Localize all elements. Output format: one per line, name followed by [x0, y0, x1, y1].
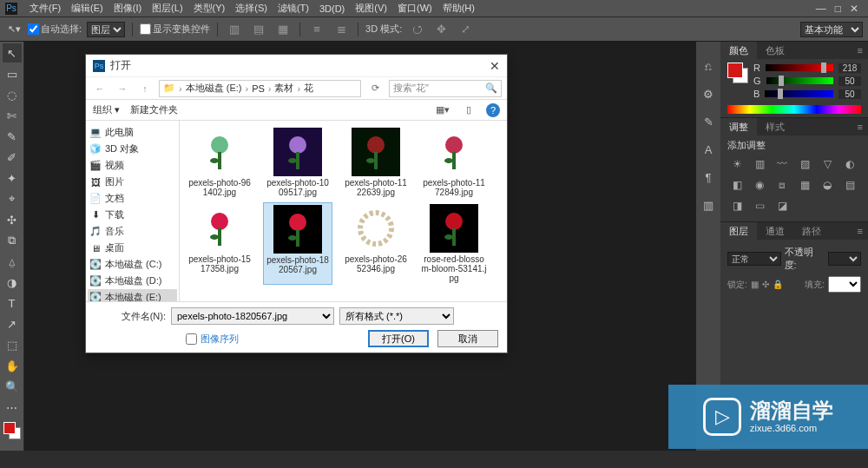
nav-up-icon[interactable]: ↑ — [136, 83, 154, 94]
adj-photo-filter-icon[interactable]: ◉ — [752, 178, 767, 192]
adj-bw-icon[interactable]: ◧ — [729, 178, 745, 192]
filetype-select[interactable]: 所有格式 (*.*) — [339, 307, 454, 325]
tool-hand[interactable]: ✋ — [3, 356, 22, 375]
adj-channel-mixer-icon[interactable]: ⧈ — [774, 178, 790, 192]
tree-node[interactable]: 💻此电脑 — [88, 124, 177, 141]
tool-text[interactable]: T — [3, 293, 22, 313]
r-value[interactable]: 218 — [838, 63, 861, 73]
tab-channels[interactable]: 通道 — [757, 222, 793, 241]
align-icon[interactable]: ▥ — [225, 20, 244, 39]
file-item[interactable]: rose-red-blossom-bloom-53141.jpg — [419, 202, 489, 285]
file-item[interactable]: pexels-photo-1820567.jpg — [263, 202, 332, 285]
lock-pixels-icon[interactable]: ▦ — [751, 280, 759, 289]
3d-pan-icon[interactable]: ✥ — [431, 20, 450, 39]
menu-3d[interactable]: 3D(D) — [314, 3, 350, 14]
menu-select[interactable]: 选择(S) — [230, 2, 273, 15]
adj-levels-icon[interactable]: ▥ — [752, 157, 767, 171]
adj-vibrance-icon[interactable]: ▽ — [819, 157, 835, 171]
new-folder-button[interactable]: 新建文件夹 — [130, 103, 178, 116]
tab-layers[interactable]: 图层 — [720, 222, 757, 241]
file-item[interactable]: pexels-photo-961402.jpg — [185, 126, 254, 199]
g-value[interactable]: 50 — [838, 76, 861, 86]
adj-hue-icon[interactable]: ◐ — [842, 157, 858, 171]
tool-move[interactable]: ↖ — [3, 43, 22, 63]
tool-clone[interactable]: ⌖ — [3, 189, 22, 208]
adj-posterize-icon[interactable]: ▤ — [842, 178, 858, 192]
tab-swatches[interactable]: 色板 — [757, 42, 793, 60]
adj-exposure-icon[interactable]: ▨ — [797, 157, 812, 171]
brush-icon[interactable]: ✎ — [700, 113, 717, 130]
tool-crop[interactable]: ✄ — [3, 106, 22, 125]
opacity-input[interactable] — [828, 252, 861, 266]
tool-lasso[interactable]: ◌ — [3, 85, 22, 104]
adj-lookup-icon[interactable]: ▦ — [797, 178, 812, 192]
adj-selective-color-icon[interactable]: ◪ — [774, 199, 790, 213]
filename-input[interactable]: pexels-photo-1820567.jpg — [171, 307, 334, 325]
nav-back-icon[interactable]: ← — [91, 83, 108, 94]
para-icon[interactable]: ¶ — [700, 168, 717, 186]
workspace-preset-select[interactable]: 基本功能 — [800, 22, 863, 37]
file-item[interactable]: pexels-photo-2652346.jpg — [341, 202, 411, 285]
r-slider[interactable] — [766, 64, 833, 71]
breadcrumb-part[interactable]: 花 — [304, 82, 313, 95]
spectrum-picker[interactable] — [727, 105, 861, 114]
align-icon[interactable]: ▤ — [249, 20, 268, 39]
align-icon[interactable]: ▦ — [273, 20, 293, 39]
history-icon[interactable]: ⎌ — [700, 57, 717, 75]
menu-help[interactable]: 帮助(H) — [437, 2, 480, 15]
breadcrumb-part[interactable]: 素材 — [274, 82, 293, 95]
file-item[interactable]: pexels-photo-1517358.jpg — [185, 202, 254, 285]
menu-layer[interactable]: 图层(L) — [147, 2, 187, 15]
tree-node[interactable]: 💽本地磁盘 (E:) — [88, 289, 177, 301]
3d-orbit-icon[interactable]: ⭯ — [407, 20, 426, 39]
distribute-icon[interactable]: ≡ — [307, 20, 326, 39]
menu-edit[interactable]: 编辑(E) — [66, 2, 108, 15]
image-sequence-checkbox[interactable] — [186, 333, 197, 345]
fill-input[interactable] — [828, 276, 861, 293]
breadcrumb-part[interactable]: PS — [252, 83, 265, 94]
tree-node[interactable]: 💽本地磁盘 (C:) — [88, 256, 177, 273]
window-maximize-icon[interactable]: □ — [831, 3, 845, 15]
menu-type[interactable]: 类型(Y) — [188, 2, 231, 15]
tool-shape[interactable]: ⬚ — [3, 335, 22, 354]
tree-node[interactable]: 🎵音乐 — [88, 223, 177, 240]
blend-mode-select[interactable]: 正常 — [727, 252, 781, 266]
tool-zoom[interactable]: 🔍 — [3, 377, 22, 396]
view-mode-icon[interactable]: ▦▾ — [434, 104, 451, 115]
tree-node[interactable]: 📄文档 — [88, 190, 177, 207]
tree-node[interactable]: 🧊3D 对象 — [88, 141, 177, 157]
cancel-button[interactable]: 取消 — [437, 330, 498, 347]
tab-paths[interactable]: 路径 — [793, 222, 830, 241]
window-minimize-icon[interactable]: — — [812, 3, 831, 15]
tool-marquee[interactable]: ▭ — [3, 64, 22, 83]
tab-styles[interactable]: 样式 — [757, 118, 793, 136]
tool-more[interactable]: ⋯ — [3, 398, 22, 417]
open-button[interactable]: 打开(O) — [368, 330, 429, 347]
adj-brightness-icon[interactable]: ☀ — [729, 157, 745, 171]
tool-gradient[interactable]: ⧉ — [3, 231, 22, 250]
file-item[interactable]: pexels-photo-1009517.jpg — [263, 126, 332, 199]
lock-position-icon[interactable]: ✣ — [762, 280, 769, 289]
tab-color[interactable]: 颜色 — [720, 42, 757, 60]
char-icon[interactable]: A — [700, 141, 717, 158]
tool-path[interactable]: ↗ — [3, 314, 22, 333]
distribute-icon[interactable]: ≣ — [332, 20, 351, 39]
show-transform-checkbox[interactable] — [140, 23, 151, 35]
menu-image[interactable]: 图像(I) — [108, 2, 147, 15]
organize-button[interactable]: 组织 ▾ — [93, 103, 120, 116]
window-close-icon[interactable]: ✕ — [845, 3, 863, 15]
b-slider[interactable] — [765, 90, 833, 97]
breadcrumb[interactable]: 📁› 本地磁盘 (E:)› PS› 素材› 花 — [159, 80, 361, 97]
3d-zoom-icon[interactable]: ⤢ — [456, 20, 475, 39]
panel-menu-icon[interactable]: ≡ — [852, 122, 868, 132]
adj-invert-icon[interactable]: ◒ — [819, 178, 835, 192]
lock-all-icon[interactable]: 🔒 — [773, 280, 783, 289]
adj-gradient-map-icon[interactable]: ▭ — [752, 199, 767, 213]
menu-filter[interactable]: 滤镜(T) — [273, 2, 314, 15]
tab-adjustments[interactable]: 调整 — [720, 118, 757, 136]
breadcrumb-part[interactable]: 本地磁盘 (E:) — [186, 82, 242, 95]
menu-file[interactable]: 文件(F) — [24, 2, 66, 15]
tree-node[interactable]: ⬇下载 — [88, 207, 177, 223]
search-input[interactable]: 搜索"花" 🔍 — [389, 80, 502, 97]
menu-window[interactable]: 窗口(W) — [392, 2, 437, 15]
